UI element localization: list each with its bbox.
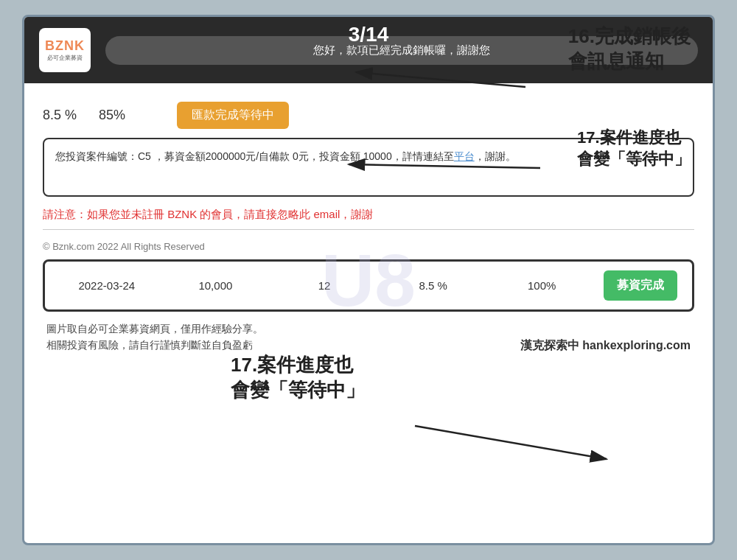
annotation2-bottom: 17.案件進度也 會變「等待中」: [231, 353, 365, 403]
table-row: 2022-03-24 10,000 12 8.5 % 100% 募資完成: [45, 262, 692, 309]
table-section: 2022-03-24 10,000 12 8.5 % 100% 募資完成: [43, 259, 694, 312]
cell-rate: 8.5 %: [386, 279, 481, 292]
logo-sub: 必可企業募資: [47, 54, 83, 62]
annotation2-top-line1: 17.案件進度也: [577, 127, 691, 149]
warning-text: 請注意：如果您並未註冊 BZNK 的會員，請直接忽略此 email，謝謝: [43, 208, 694, 222]
annotation2-top: 17.案件進度也 會變「等待中」: [577, 127, 691, 169]
divider: [43, 229, 694, 230]
fundraising-complete-button[interactable]: 募資完成: [604, 270, 677, 301]
annotation1-line1: 16.完成銷帳後: [568, 24, 691, 49]
annotation2-top-line2: 會變「等待中」: [577, 149, 691, 170]
caption-line2: 相關投資有風險，請自行謹慎判斷並自負盈虧: [46, 337, 263, 353]
cell-percent: 100%: [495, 279, 589, 292]
footer-copyright: © Bznk.com 2022 All Rights Reserved: [43, 241, 694, 252]
cell-number: 12: [277, 279, 371, 292]
main-content: 8.5 % 85% 匯款完成等待中 您投資案件編號：C5 ，募資金額200000…: [24, 83, 713, 365]
rate1: 8.5 %: [43, 108, 77, 123]
logo: BZNK 必可企業募資: [39, 28, 91, 72]
cell-date: 2022-03-24: [60, 279, 154, 292]
annotation-top-right: 16.完成銷帳後 會訊息通知: [568, 24, 691, 74]
caption-line1: 圖片取自必可企業募資網頁，僅用作經驗分享。: [46, 321, 263, 337]
svg-line-2: [415, 426, 607, 459]
rate2: 85%: [99, 108, 125, 123]
caption-left: 圖片取自必可企業募資網頁，僅用作經驗分享。 相關投資有風險，請自行謹慎判斷並自負…: [46, 321, 263, 354]
status-row: 8.5 % 85% 匯款完成等待中: [43, 102, 694, 129]
status-badge-button[interactable]: 匯款完成等待中: [177, 102, 289, 129]
platform-link[interactable]: 平台: [454, 150, 475, 162]
caption-right: 漢克探索中 hankexploring.com: [520, 338, 691, 354]
logo-main: BZNK: [45, 38, 85, 54]
annotation2-bottom-line2: 會變「等待中」: [231, 378, 365, 403]
cell-amount: 10,000: [169, 279, 263, 292]
info-text: 您投資案件編號：C5 ，募資金額2000000元/自備款 0元，投資金額 100…: [55, 150, 454, 162]
step-counter: 3/14: [349, 23, 389, 46]
annotation2-bottom-line1: 17.案件進度也: [231, 353, 365, 378]
annotation1-line2: 會訊息通知: [568, 49, 691, 74]
bottom-caption: 圖片取自必可企業募資網頁，僅用作經驗分享。 相關投資有風險，請自行謹慎判斷並自負…: [43, 321, 694, 354]
info-text-end: ，謝謝。: [475, 150, 516, 162]
